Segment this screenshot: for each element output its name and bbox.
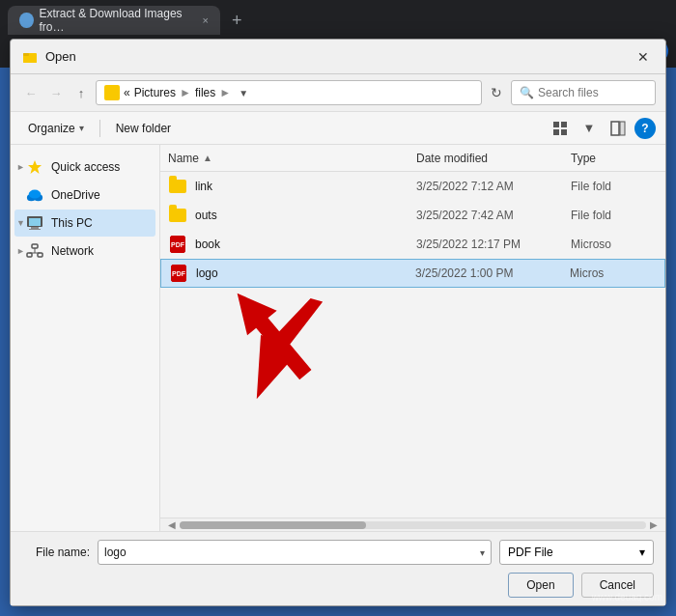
dialog-up-btn[interactable]: ↑ <box>70 82 92 103</box>
file-name-outs: outs <box>195 209 416 222</box>
svg-rect-15 <box>31 227 39 229</box>
new-folder-btn[interactable]: New folder <box>108 119 179 138</box>
quick-access-icon <box>26 158 43 176</box>
svg-rect-1 <box>23 55 37 63</box>
dialog-back-btn[interactable]: ← <box>20 82 42 103</box>
file-date-book: 3/25/2022 12:17 PM <box>416 238 571 251</box>
nav-item-onedrive[interactable]: OneDrive <box>14 182 155 209</box>
file-type-logo: Micros <box>570 266 657 280</box>
onedrive-label: OneDrive <box>51 188 100 202</box>
svg-rect-6 <box>561 129 567 135</box>
file-type-outs: File fold <box>571 209 658 222</box>
content-area: Name ▲ Date modified Type link 3/25/2022… <box>160 145 665 531</box>
view-toggle-btn[interactable] <box>548 116 573 141</box>
view-dropdown-btn[interactable]: ▼ <box>577 116 602 141</box>
toolbar-right: ▼ ? <box>548 116 656 141</box>
open-btn[interactable]: Open <box>508 573 573 598</box>
this-pc-icon <box>26 214 43 232</box>
network-label: Network <box>51 244 94 258</box>
file-row-book[interactable]: PDF book 3/25/2022 12:17 PM Microso <box>160 230 665 259</box>
svg-rect-16 <box>29 229 41 230</box>
onedrive-icon <box>26 186 43 204</box>
nav-item-quick-access[interactable]: ► Quick access <box>14 154 155 181</box>
col-name-label: Name <box>168 152 199 165</box>
scrollbar-left-arrow[interactable]: ◀ <box>164 519 180 530</box>
quick-access-label: Quick access <box>51 160 120 174</box>
folder-icon-link <box>168 177 187 196</box>
file-name-logo: logo <box>196 266 415 280</box>
breadcrumb-dropdown-btn[interactable]: ▼ <box>239 88 248 98</box>
tab-title: Extract & Download Images fro… <box>40 7 195 34</box>
new-folder-label: New folder <box>116 122 171 135</box>
folder-icon-outs <box>168 206 187 225</box>
breadcrumb-arrow: ► <box>180 86 191 99</box>
svg-rect-4 <box>561 122 567 127</box>
this-pc-label: This PC <box>51 216 93 230</box>
filetype-select[interactable]: PDF File ▾ <box>499 540 654 565</box>
dialog-forward-btn[interactable]: → <box>45 82 67 103</box>
nav-item-network[interactable]: ► Network <box>14 238 155 265</box>
filename-row: File name: ▾ PDF File ▾ <box>22 540 654 565</box>
search-input[interactable] <box>538 86 644 99</box>
file-type-book: Microso <box>571 238 658 251</box>
pdf-icon-book: PDF <box>168 235 187 254</box>
file-date-link: 3/25/2022 7:12 AM <box>416 180 571 193</box>
file-date-outs: 3/25/2022 7:42 AM <box>416 209 571 222</box>
filename-input-wrap[interactable]: ▾ <box>98 540 492 565</box>
file-name-link: link <box>195 180 416 193</box>
organize-label: Organize <box>28 122 75 135</box>
search-box[interactable]: 🔍 <box>511 80 656 105</box>
svg-rect-14 <box>29 218 41 226</box>
pdf-icon-logo: PDF <box>169 264 188 283</box>
breadcrumb-files[interactable]: files <box>195 86 215 99</box>
new-tab-btn[interactable]: + <box>224 7 250 35</box>
col-date-header[interactable]: Date modified <box>416 152 571 165</box>
file-date-logo: 3/25/2022 1:00 PM <box>415 266 570 280</box>
scrollbar-right-arrow[interactable]: ▶ <box>646 519 662 530</box>
nav-item-this-pc[interactable]: ▼ This PC <box>14 210 155 237</box>
filetype-value: PDF File <box>508 546 553 559</box>
file-name-book: book <box>195 238 416 251</box>
addr-refresh-btn[interactable]: ↻ <box>486 82 507 103</box>
help-btn[interactable]: ? <box>634 118 656 139</box>
svg-rect-19 <box>38 253 42 257</box>
active-tab[interactable]: Extract & Download Images fro… × <box>8 6 220 35</box>
breadcrumb-arrow2: ► <box>219 86 231 99</box>
file-row-logo[interactable]: PDF logo 3/25/2022 1:00 PM Micros <box>160 259 665 288</box>
svg-rect-18 <box>27 253 32 257</box>
search-icon: 🔍 <box>520 86 534 99</box>
breadcrumb-pictures[interactable]: Pictures <box>134 86 176 99</box>
preview-pane-btn[interactable] <box>606 116 631 141</box>
organize-btn[interactable]: Organize ▾ <box>20 119 92 138</box>
tab-close-btn[interactable]: × <box>203 14 209 26</box>
breadcrumb-sep1: « <box>124 86 130 99</box>
dialog-titlebar: Open ✕ <box>11 40 665 74</box>
horizontal-scrollbar[interactable]: ◀ ▶ <box>160 518 665 531</box>
filetype-dropdown: ▾ <box>639 546 645 559</box>
network-arrow: ► <box>16 246 25 256</box>
file-row-outs[interactable]: outs 3/25/2022 7:42 AM File fold <box>160 201 665 230</box>
dialog-addressbar: ← → ↑ « Pictures ► files ► ▼ ↻ 🔍 <box>11 74 665 112</box>
scrollbar-track[interactable] <box>180 521 646 529</box>
filename-input[interactable] <box>104 546 480 559</box>
col-type-header[interactable]: Type <box>571 152 658 165</box>
dialog-close-btn[interactable]: ✕ <box>633 46 654 68</box>
svg-rect-2 <box>23 53 29 56</box>
buttons-row: Open Cancel <box>22 573 654 598</box>
organize-arrow: ▾ <box>79 123 84 133</box>
file-row-link[interactable]: link 3/25/2022 7:12 AM File fold <box>160 172 665 201</box>
col-name-header[interactable]: Name ▲ <box>168 152 416 165</box>
svg-point-12 <box>29 190 42 199</box>
quick-access-arrow: ► <box>16 162 25 172</box>
filename-label: File name: <box>22 546 90 559</box>
breadcrumb-bar[interactable]: « Pictures ► files ► ▼ <box>96 80 482 105</box>
col-sort-arrow: ▲ <box>203 153 212 163</box>
scrollbar-thumb[interactable] <box>180 521 366 529</box>
svg-rect-8 <box>620 122 625 135</box>
dialog-toolbar: Organize ▾ New folder ▼ <box>11 112 665 145</box>
filename-dropdown-arrow[interactable]: ▾ <box>480 547 485 558</box>
svg-rect-7 <box>611 122 619 135</box>
svg-rect-17 <box>32 244 38 248</box>
svg-rect-5 <box>553 129 559 135</box>
breadcrumb-folder-icon <box>104 85 120 100</box>
